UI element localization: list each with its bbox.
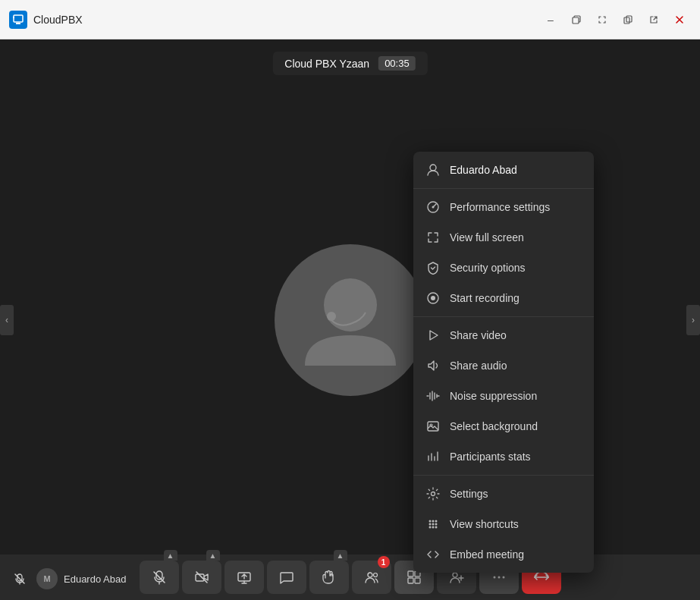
svg-point-39 [498, 576, 500, 579]
share-audio-label: Share audio [450, 360, 507, 372]
svg-point-13 [431, 296, 435, 300]
stats-label: Participants stats [450, 451, 531, 463]
mic-button[interactable]: ▲ [140, 561, 179, 594]
svg-point-38 [493, 576, 495, 579]
svg-point-21 [429, 523, 432, 526]
menu-section-media: Share video Share audio Noise suppres [413, 317, 594, 476]
embed-label: Embed meeting [450, 548, 524, 561]
person-icon [425, 162, 441, 177]
video-button[interactable]: ▲ [182, 561, 221, 594]
svg-point-8 [327, 312, 336, 321]
code-icon [425, 547, 441, 562]
menu-item-security[interactable]: Security options [413, 253, 594, 283]
svg-rect-1 [16, 23, 20, 24]
menu-section-misc: Settings View shortcu [413, 476, 594, 573]
shortcuts-label: View shortcuts [450, 518, 519, 530]
menu-item-share-audio[interactable]: Share audio [413, 350, 594, 381]
menu-section-user: Eduardo Abad [413, 152, 594, 189]
fullscreen-icon [425, 230, 441, 245]
svg-rect-3 [573, 17, 579, 24]
svg-point-31 [368, 573, 372, 577]
svg-point-40 [502, 576, 504, 579]
copy-button[interactable] [617, 8, 639, 31]
restore-button[interactable] [565, 8, 588, 31]
menu-item-performance[interactable]: Performance settings [413, 192, 594, 222]
svg-point-37 [453, 573, 457, 577]
svg-point-19 [432, 520, 435, 523]
mic-status-button[interactable] [9, 568, 30, 589]
context-menu: Eduardo Abad Performance settings [413, 152, 594, 573]
minimize-button[interactable]: – [539, 8, 562, 31]
hand-chevron[interactable]: ▲ [334, 550, 347, 561]
meeting-timer: 00:35 [378, 56, 416, 71]
menu-item-stats[interactable]: Participants stats [413, 441, 594, 472]
fullscreen-label: View full screen [450, 231, 524, 243]
gauge-icon [425, 199, 441, 215]
svg-point-26 [435, 526, 438, 529]
svg-rect-33 [408, 571, 413, 576]
hand-button[interactable]: ▲ [309, 561, 349, 594]
svg-marker-14 [430, 331, 438, 340]
external-button[interactable] [642, 8, 665, 31]
menu-item-noise[interactable]: Noise suppression [413, 381, 594, 411]
waveform-icon [425, 388, 441, 404]
svg-rect-35 [408, 578, 413, 583]
menu-item-embed[interactable]: Embed meeting [413, 539, 594, 570]
menu-item-recording[interactable]: Start recording [413, 283, 594, 313]
noise-label: Noise suppression [450, 390, 537, 402]
user-name-label: Eduardo Abad [64, 573, 126, 585]
shield-icon [425, 260, 441, 275]
video-chevron[interactable]: ▲ [206, 550, 220, 561]
speaker-icon [425, 358, 441, 373]
participant-avatar [275, 244, 426, 396]
menu-item-share-video[interactable]: Share video [413, 320, 594, 350]
user-label-area: M Eduardo Abad [9, 568, 126, 589]
recording-label: Start recording [450, 292, 520, 304]
menu-item-fullscreen[interactable]: View full screen [413, 222, 594, 253]
menu-item-shortcuts[interactable]: View shortcuts [413, 509, 594, 539]
svg-point-17 [432, 492, 435, 496]
svg-point-9 [430, 165, 436, 171]
menu-section-view: Performance settings View full screen [413, 189, 594, 317]
app-logo [9, 11, 27, 29]
svg-rect-0 [14, 15, 23, 22]
svg-point-20 [435, 520, 438, 523]
user-avatar-small: M [36, 568, 58, 589]
participants-badge: 1 [378, 556, 390, 568]
meeting-name: Cloud PBX Yzaan [284, 58, 369, 70]
menu-item-background[interactable]: Select background [413, 411, 594, 441]
svg-point-22 [432, 523, 435, 526]
participants-button[interactable]: 1 [352, 561, 391, 594]
maximize-button[interactable] [591, 8, 614, 31]
close-button[interactable] [668, 8, 691, 31]
svg-point-23 [435, 523, 438, 526]
screen-share-button[interactable] [224, 561, 264, 594]
grid-icon [425, 517, 441, 532]
play-icon [425, 328, 441, 343]
left-arrow[interactable]: ‹ [0, 305, 14, 335]
security-label: Security options [450, 262, 526, 274]
svg-rect-36 [415, 578, 420, 583]
record-icon [425, 291, 441, 306]
chat-button[interactable] [267, 561, 306, 594]
right-arrow[interactable]: › [686, 305, 700, 335]
share-video-label: Share video [450, 329, 507, 341]
mic-chevron[interactable]: ▲ [164, 550, 177, 561]
menu-item-user[interactable]: Eduardo Abad [413, 155, 594, 185]
background-label: Select background [450, 420, 538, 432]
svg-point-11 [432, 206, 435, 209]
svg-point-18 [429, 520, 432, 523]
menu-item-settings[interactable]: Settings [413, 479, 594, 509]
svg-point-25 [432, 526, 435, 529]
settings-label: Settings [450, 488, 488, 500]
app-title: CloudPBX [33, 14, 539, 26]
image-icon [425, 419, 441, 434]
svg-rect-2 [13, 17, 14, 18]
performance-label: Performance settings [450, 201, 550, 213]
meeting-header: Cloud PBX Yzaan 00:35 [272, 52, 427, 75]
gear-icon [425, 486, 441, 501]
svg-point-24 [429, 526, 432, 529]
svg-point-32 [373, 573, 377, 577]
svg-rect-15 [428, 422, 438, 431]
bar-chart-icon [425, 449, 441, 464]
